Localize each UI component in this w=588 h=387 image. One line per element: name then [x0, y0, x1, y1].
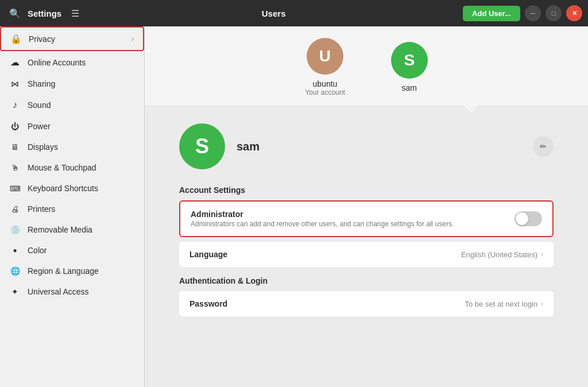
sidebar-item-mouse-touchpad[interactable]: 🖱 Mouse & Touchpad	[0, 157, 144, 178]
sidebar-item-color-label: Color	[28, 246, 47, 255]
sidebar-item-keyboard-label: Keyboard Shortcuts	[28, 184, 98, 193]
users-bar: U ubuntu Your account S sam	[145, 26, 588, 106]
close-button[interactable]: ✕	[566, 5, 582, 21]
sidebar-item-online-accounts[interactable]: ☁ Online Accounts	[0, 51, 144, 73]
administrator-description: Administrators can add and remove other …	[191, 220, 514, 228]
sidebar-item-mouse-label: Mouse & Touchpad	[28, 163, 96, 172]
password-label: Password	[189, 299, 465, 308]
sidebar-item-keyboard-shortcuts[interactable]: ⌨ Keyboard Shortcuts	[0, 178, 144, 199]
minimize-button[interactable]: ─	[525, 5, 541, 21]
main-layout: 🔒 Privacy › ☁ Online Accounts ⋈ Sharing …	[0, 26, 588, 387]
language-label: Language	[189, 250, 461, 259]
page-title: Users	[84, 9, 463, 18]
avatar-sam: S	[391, 42, 428, 79]
sidebar-item-sharing[interactable]: ⋈ Sharing	[0, 73, 144, 94]
user-card-ubuntu[interactable]: U ubuntu Your account	[305, 38, 345, 96]
content-area: U ubuntu Your account S sam S sam ✏ Acco…	[145, 26, 588, 387]
removable-media-icon: 💿	[9, 225, 21, 234]
sharing-icon: ⋈	[9, 79, 21, 88]
language-chevron-icon: ›	[541, 250, 543, 258]
administrator-row[interactable]: Administrator Administrators can add and…	[180, 202, 552, 236]
sidebar-item-displays[interactable]: 🖥 Displays	[0, 137, 144, 157]
displays-icon: 🖥	[9, 142, 21, 152]
universal-access-icon: ✦	[9, 287, 21, 296]
region-icon: 🌐	[9, 266, 21, 276]
password-value: To be set at next login	[465, 300, 537, 308]
app-title: Settings	[28, 9, 61, 18]
selected-user-name: sam	[237, 140, 521, 153]
chevron-right-icon: ›	[131, 35, 134, 43]
sidebar-item-privacy-label: Privacy	[29, 34, 55, 44]
color-icon: ●	[9, 246, 21, 254]
menu-button[interactable]: ☰	[66, 4, 84, 22]
username-sam: sam	[402, 83, 417, 92]
selection-arrow	[464, 106, 478, 113]
sidebar-item-universal-access[interactable]: ✦ Universal Access	[0, 281, 144, 302]
sidebar-item-power[interactable]: ⏻ Power	[0, 116, 144, 137]
search-button[interactable]: 🔍	[6, 4, 24, 22]
mouse-icon: 🖱	[9, 163, 21, 172]
keyboard-icon: ⌨	[9, 184, 21, 193]
password-chevron-icon: ›	[541, 300, 543, 308]
password-card: Password To be set at next login ›	[179, 291, 554, 316]
sidebar-item-printers-label: Printers	[28, 204, 55, 214]
user-subtitle-ubuntu: Your account	[305, 88, 345, 96]
sound-icon: ♪	[9, 100, 21, 110]
sidebar-item-sharing-label: Sharing	[28, 79, 55, 88]
printers-icon: 🖨	[9, 204, 21, 214]
auth-section-title: Authentication & Login	[179, 276, 554, 285]
detail-section: S sam ✏ Account Settings Administrator A…	[145, 106, 588, 332]
sidebar-item-universal-label: Universal Access	[28, 287, 89, 296]
online-accounts-icon: ☁	[9, 57, 21, 68]
privacy-icon: 🔒	[10, 33, 22, 44]
password-row[interactable]: Password To be set at next login ›	[179, 291, 554, 316]
add-user-button[interactable]: Add User...	[463, 6, 520, 21]
sidebar-item-removable-label: Removable Media	[28, 225, 92, 234]
toggle-knob	[516, 212, 528, 225]
language-title: Language	[189, 250, 461, 259]
user-card-sam[interactable]: S sam	[391, 42, 428, 92]
titlebar: 🔍 Settings ☰ Users Add User... ─ □ ✕	[0, 0, 588, 26]
sidebar-item-power-label: Power	[28, 122, 51, 131]
administrator-title: Administrator	[191, 210, 514, 219]
edit-user-button[interactable]: ✏	[533, 136, 554, 157]
sidebar-item-color[interactable]: ● Color	[0, 240, 144, 261]
sidebar-item-displays-label: Displays	[28, 142, 58, 152]
sidebar-item-privacy[interactable]: 🔒 Privacy ›	[0, 26, 144, 51]
administrator-label: Administrator Administrators can add and…	[191, 210, 514, 228]
username-ubuntu: ubuntu	[313, 79, 338, 88]
language-card: Language English (United States) ›	[179, 242, 554, 267]
search-icon: 🔍	[9, 8, 21, 19]
auth-section: Authentication & Login Password To be se…	[179, 276, 554, 316]
maximize-button[interactable]: □	[546, 5, 562, 21]
password-title: Password	[189, 299, 465, 308]
sidebar-item-sound[interactable]: ♪ Sound	[0, 94, 144, 116]
sidebar-item-sound-label: Sound	[28, 100, 51, 110]
avatar-ubuntu: U	[307, 38, 343, 75]
selected-user-avatar: S	[179, 123, 225, 169]
language-row[interactable]: Language English (United States) ›	[179, 242, 554, 267]
sidebar-item-printers[interactable]: 🖨 Printers	[0, 199, 144, 219]
menu-icon: ☰	[71, 8, 79, 19]
sidebar-item-region-label: Region & Language	[28, 266, 99, 276]
sidebar-item-region-language[interactable]: 🌐 Region & Language	[0, 261, 144, 281]
administrator-toggle[interactable]	[514, 211, 542, 226]
sidebar: 🔒 Privacy › ☁ Online Accounts ⋈ Sharing …	[0, 26, 145, 387]
sidebar-item-online-accounts-label: Online Accounts	[28, 58, 86, 67]
account-settings-title: Account Settings	[179, 185, 554, 195]
administrator-card: Administrator Administrators can add and…	[179, 200, 554, 237]
language-value: English (United States)	[461, 250, 537, 259]
power-icon: ⏻	[9, 122, 21, 131]
selected-user-header: S sam ✏	[179, 123, 554, 169]
sidebar-item-removable-media[interactable]: 💿 Removable Media	[0, 219, 144, 240]
